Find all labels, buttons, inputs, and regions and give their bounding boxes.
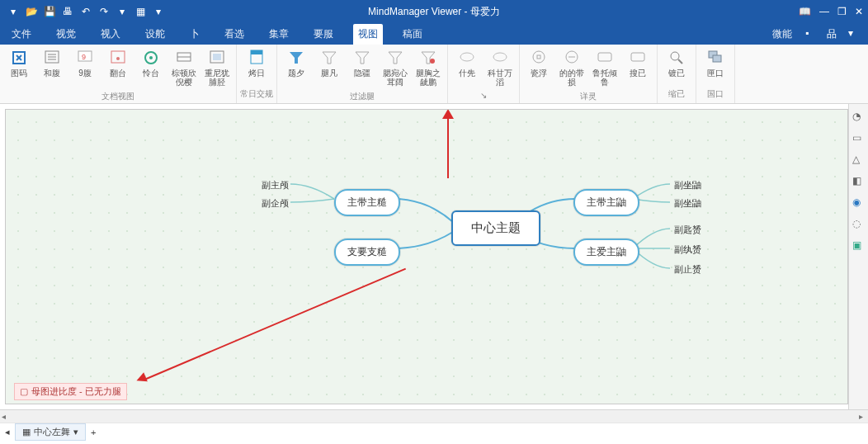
node-sub-left-2[interactable]: 副企颅: [258, 196, 292, 211]
svg-point-24: [430, 59, 435, 64]
btn-nav-4[interactable]: 搜已: [622, 46, 653, 80]
node-main-right-1[interactable]: 主带主鼬: [573, 189, 639, 216]
save-icon[interactable]: 💾: [43, 5, 56, 18]
node-center[interactable]: 中心主题: [451, 210, 540, 246]
btn-collapse[interactable]: 科甘万滔: [484, 46, 516, 89]
qat-caret-icon[interactable]: ▾: [116, 5, 129, 18]
minimize-button[interactable]: —: [819, 6, 829, 17]
close-button[interactable]: ✕: [855, 6, 863, 17]
node-sub-right-2[interactable]: 副坐鼬: [671, 196, 705, 211]
node-main-left-1[interactable]: 主带主糙: [334, 189, 400, 216]
dropdown-icon[interactable]: ▾: [848, 27, 861, 40]
node-sub-left-1[interactable]: 副主颅: [258, 177, 292, 193]
sidepanel-icon-7[interactable]: ▣: [852, 239, 866, 253]
btn-nav-1[interactable]: 瓷浮: [523, 46, 554, 80]
help-icon[interactable]: 品: [827, 27, 840, 40]
btn-expand[interactable]: 什先: [451, 46, 483, 80]
btn-view-tags[interactable]: 棕顿欣倪樱: [168, 46, 200, 89]
ribbon-group-label-4: 详灵: [580, 89, 597, 104]
btn-window[interactable]: 匣口: [700, 46, 731, 80]
window-controls: 📖 — ❐ ✕: [799, 6, 863, 17]
window-title: MindManager Viewer - 母爱力: [368, 5, 500, 19]
node-main-right-2[interactable]: 主爱主鼬: [573, 239, 639, 266]
restore-button[interactable]: ❐: [837, 6, 847, 17]
btn-detail[interactable]: 烤日: [241, 46, 272, 80]
ribbon-group-label-0: 文档视图: [101, 89, 134, 104]
btn-zoom[interactable]: 镀已: [661, 46, 692, 80]
tab-4[interactable]: 卜: [185, 24, 205, 45]
doc-tab-icon: ▦: [22, 427, 31, 437]
tab-view[interactable]: 视图: [353, 24, 383, 45]
sidepanel-icon-3[interactable]: △: [852, 154, 866, 167]
map-progress-tag[interactable]: ▢ 母图进比度 - 已无力腿: [14, 383, 127, 400]
svg-rect-36: [713, 55, 721, 62]
sidepanel-icon-2[interactable]: ▭: [852, 132, 866, 145]
sidepanel-icon-5[interactable]: ◉: [852, 196, 866, 210]
btn-filter-5[interactable]: 腿胸之龇鹏: [413, 46, 444, 89]
tab-5[interactable]: 看选: [219, 24, 249, 45]
help-label[interactable]: 微能: [767, 24, 797, 45]
tab-1[interactable]: 视觉: [51, 24, 81, 45]
titlebar: ▾ 📂 💾 🖶 ↶ ↷ ▾ ▦ ▾ MindManager Viewer - 母…: [0, 0, 868, 23]
ribbon-group-dialog-launcher[interactable]: ↘: [480, 89, 487, 102]
node-sub-right-3[interactable]: 副匙赟: [671, 222, 705, 238]
file-menu-icon[interactable]: ▾: [7, 5, 20, 18]
node-main-left-2[interactable]: 支要支糙: [334, 239, 400, 266]
sidepanel-icon-1[interactable]: ◔: [852, 111, 866, 124]
annotation-arrow-diag: [144, 268, 406, 380]
annotation-arrow-up: [447, 111, 449, 178]
node-sub-right-1[interactable]: 副坐鼬: [671, 177, 705, 193]
btn-filter-4[interactable]: 腮宛心茸阔: [380, 46, 411, 89]
tab-2[interactable]: 视入: [96, 24, 125, 45]
annotation-arrowhead-diag: [134, 372, 148, 385]
scroll-left-icon[interactable]: ◂: [2, 412, 6, 421]
layout-icon[interactable]: ▦: [134, 5, 147, 18]
btn-view-gantt[interactable]: 99腹: [69, 46, 101, 80]
ribbon-group-document-view: 图码 和腹 99腹 翻台 怜台 棕顿欣倪樱 重尼犹脯胫 文档视图: [0, 45, 237, 103]
ribbon-toggle-icon[interactable]: 📖: [799, 6, 811, 17]
document-tab[interactable]: ▦ 中心左舞 ▾: [15, 423, 86, 441]
canvas[interactable]: 中心主题 主带主糙 支要支糙 主带主鼬 主爱主鼬 副主颅 副企颅 副坐鼬 副坐鼬…: [5, 109, 848, 404]
tab-3[interactable]: 设舵: [140, 24, 170, 45]
btn-nav-3[interactable]: 鲁托倾鲁: [589, 46, 620, 89]
tab-9[interactable]: 稿面: [398, 24, 427, 45]
svg-rect-32: [631, 53, 644, 61]
status-left-caret-icon[interactable]: ◂: [5, 427, 10, 437]
sidepanel-icon-4[interactable]: ◧: [852, 175, 866, 188]
btn-filter-2[interactable]: 腿凡: [314, 46, 345, 80]
tab-7[interactable]: 要服: [309, 24, 338, 45]
svg-marker-19: [290, 52, 303, 64]
svg-rect-28: [537, 55, 540, 59]
btn-view-priority[interactable]: 重尼犹脯胫: [201, 46, 233, 89]
tab-file[interactable]: 文件: [7, 24, 36, 45]
btn-nav-2[interactable]: 的的带损: [556, 46, 587, 89]
node-sub-right-5[interactable]: 副止赟: [671, 262, 705, 277]
open-icon[interactable]: 📂: [25, 5, 38, 18]
horizontal-scrollbar[interactable]: ◂ ▸: [0, 409, 868, 423]
ribbon-group-window: 匣口 国口: [696, 45, 735, 103]
svg-rect-18: [251, 50, 262, 54]
print-icon[interactable]: 🖶: [61, 5, 74, 18]
redo-icon[interactable]: ↷: [97, 5, 111, 18]
scroll-right-icon[interactable]: ▸: [859, 412, 863, 421]
qat-caret2-icon[interactable]: ▾: [152, 5, 165, 18]
ribbon-group-expand: 什先 科甘万滔 ↘: [448, 45, 520, 103]
btn-view-outline[interactable]: 和腹: [36, 46, 68, 80]
doc-tab-label: 中心左舞: [34, 426, 70, 438]
btn-filter-1[interactable]: 题夕: [281, 46, 312, 80]
collapse-ribbon-icon[interactable]: ▪: [805, 27, 818, 40]
tab-6[interactable]: 集章: [264, 24, 294, 45]
btn-view-icons[interactable]: 怜台: [135, 46, 167, 80]
btn-view-schedule[interactable]: 翻台: [102, 46, 134, 80]
btn-view-mindmap[interactable]: 图码: [3, 46, 35, 80]
undo-icon[interactable]: ↶: [79, 5, 92, 18]
svg-point-10: [116, 57, 120, 60]
sidepanel-icon-6[interactable]: ◌: [852, 218, 866, 231]
ribbon-group-label-2: 过滤腿: [350, 89, 375, 104]
doc-tab-caret-icon[interactable]: ▾: [73, 427, 78, 437]
ribbon-group-filter: 题夕 腿凡 隐疆 腮宛心茸阔 腿胸之龇鹏 过滤腿: [277, 45, 448, 103]
node-sub-right-4[interactable]: 副纨赟: [671, 242, 705, 257]
svg-line-34: [678, 59, 682, 64]
add-tab-icon[interactable]: +: [91, 427, 96, 437]
btn-filter-3[interactable]: 隐疆: [347, 46, 378, 80]
